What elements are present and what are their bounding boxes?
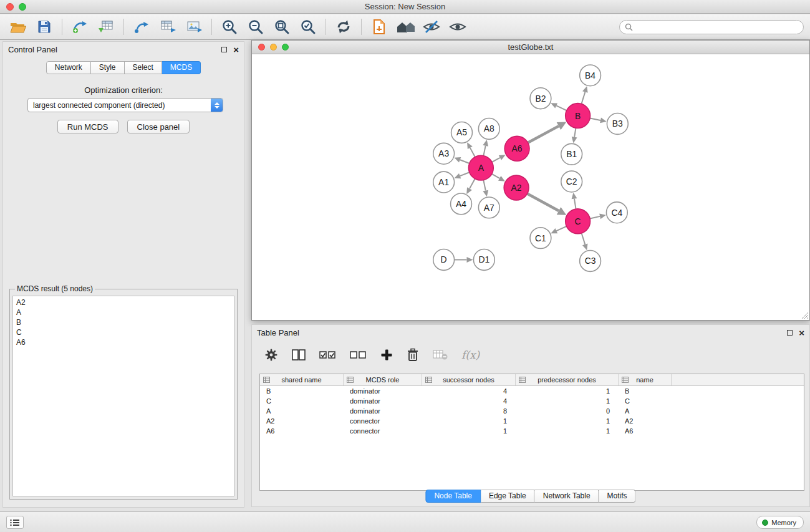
network-canvas[interactable]: B4B2BB3A5A8A6B1A3AC2A1A2A4A7CC4C1C3DD1 (252, 55, 809, 320)
edge-A-A3[interactable] (460, 160, 470, 163)
zoom-window-button[interactable] (19, 3, 26, 11)
refresh-button[interactable] (330, 16, 357, 37)
column-header-predecessor-nodes[interactable]: predecessor nodes (516, 374, 619, 385)
node-C4[interactable]: C4 (606, 202, 627, 223)
export-network-button[interactable] (128, 16, 155, 37)
edge-B-B3[interactable] (590, 118, 600, 120)
export-image-button[interactable] (181, 16, 207, 37)
node-B3[interactable]: B3 (607, 114, 628, 135)
result-item[interactable]: C (16, 327, 231, 337)
result-item[interactable]: B (16, 317, 231, 327)
close-window-button[interactable] (6, 3, 14, 11)
zoom-in-button[interactable] (216, 16, 243, 37)
node-A8[interactable]: A8 (478, 118, 499, 140)
node-B2[interactable]: B2 (530, 88, 551, 109)
edge-A2-C[interactable] (528, 194, 559, 211)
import-network-button[interactable] (67, 16, 93, 37)
node-A4[interactable]: A4 (451, 193, 472, 215)
node-D1[interactable]: D1 (473, 249, 494, 271)
node-A1[interactable]: A1 (433, 172, 455, 193)
node-A[interactable]: A (468, 155, 493, 180)
edge-C-C2[interactable] (574, 199, 576, 209)
edge-B-B4[interactable] (581, 92, 585, 104)
memory-button[interactable]: Memory (756, 516, 804, 529)
table-row[interactable]: A6connector11A6 (260, 426, 804, 436)
edge-C-C3[interactable] (582, 233, 586, 244)
unselect-all-columns-button[interactable] (350, 349, 367, 360)
column-header-name[interactable]: name (619, 374, 672, 385)
export-table-button[interactable] (155, 16, 181, 37)
edge-A-A8[interactable] (483, 146, 485, 156)
split-columns-button[interactable] (292, 349, 306, 361)
tab-motifs[interactable]: Motifs (599, 490, 636, 503)
function-builder-button[interactable]: f(x) (461, 349, 480, 361)
node-C1[interactable]: C1 (530, 228, 551, 249)
edge-A-A7[interactable] (483, 180, 485, 191)
zoom-out-button[interactable] (243, 16, 269, 37)
mcds-result-list[interactable]: A2ABCA6 (12, 296, 234, 496)
close-network-window-button[interactable] (258, 44, 265, 51)
edge-C-C4[interactable] (590, 216, 600, 219)
edge-A-A5[interactable] (470, 148, 475, 157)
open-file-button[interactable] (5, 16, 31, 37)
table-row[interactable]: Adominator80A (260, 406, 804, 416)
add-column-button[interactable] (380, 349, 393, 361)
column-header-shared-name[interactable]: shared name (260, 374, 344, 385)
edge-A-A2[interactable] (492, 174, 499, 178)
node-B4[interactable]: B4 (580, 65, 601, 86)
select-all-columns-button[interactable] (319, 349, 336, 360)
result-item[interactable]: A6 (16, 337, 231, 347)
tab-edge-table[interactable]: Edge Table (481, 490, 535, 503)
edge-A-A4[interactable] (470, 179, 475, 189)
node-A6[interactable]: A6 (504, 136, 529, 161)
task-history-button[interactable] (6, 516, 24, 529)
result-item[interactable]: A (16, 307, 231, 317)
edge-B-B1[interactable] (574, 128, 576, 137)
edge-A-A1[interactable] (460, 172, 470, 176)
tab-style[interactable]: Style (91, 61, 125, 74)
delete-column-button[interactable] (407, 348, 419, 362)
table-row[interactable]: Cdominator41C (260, 396, 804, 406)
show-panel-button[interactable] (445, 16, 471, 37)
close-panel-button[interactable]: Close panel (127, 120, 190, 133)
zoom-selected-button[interactable] (295, 16, 321, 37)
criterion-dropdown[interactable]: largest connected component (directed) (27, 98, 223, 112)
close-panel-icon[interactable]: × (233, 47, 239, 52)
node-A2[interactable]: A2 (504, 175, 529, 200)
node-C2[interactable]: C2 (561, 171, 582, 192)
edge-C-C1[interactable] (556, 226, 566, 231)
column-header-successor-nodes[interactable]: successor nodes (422, 374, 516, 385)
float-table-panel-icon[interactable] (787, 330, 793, 336)
node-A5[interactable]: A5 (451, 122, 473, 143)
tab-select[interactable]: Select (125, 61, 162, 74)
open-session-button[interactable] (366, 16, 392, 37)
search-input[interactable] (636, 23, 798, 32)
tab-mcds[interactable]: MCDS (162, 61, 201, 74)
hide-panel-button[interactable] (418, 16, 445, 37)
node-A7[interactable]: A7 (478, 197, 499, 218)
node-B1[interactable]: B1 (561, 143, 582, 165)
tab-network-table[interactable]: Network Table (535, 490, 599, 503)
edge-B-B2[interactable] (556, 105, 566, 110)
save-session-button[interactable] (31, 16, 57, 37)
home-button[interactable] (392, 16, 418, 37)
node-B[interactable]: B (566, 104, 591, 128)
minimize-network-window-button[interactable] (270, 44, 277, 51)
float-panel-icon[interactable] (221, 47, 227, 52)
tab-network[interactable]: Network (46, 61, 91, 74)
node-A3[interactable]: A3 (433, 143, 455, 164)
node-C3[interactable]: C3 (580, 251, 601, 272)
run-mcds-button[interactable]: Run MCDS (57, 120, 118, 133)
zoom-fit-button[interactable] (269, 16, 295, 37)
node-D[interactable]: D (433, 249, 455, 271)
tab-node-table[interactable]: Node Table (425, 490, 481, 503)
edge-A6-B[interactable] (528, 126, 559, 143)
zoom-network-window-button[interactable] (282, 44, 289, 51)
resize-grip-icon[interactable] (801, 312, 809, 319)
node-C[interactable]: C (566, 209, 591, 234)
table-settings-button[interactable] (264, 348, 278, 362)
search-box[interactable] (619, 20, 804, 34)
result-item[interactable]: A2 (16, 297, 231, 307)
table-row[interactable]: A2connector11A2 (260, 416, 804, 426)
table-row[interactable]: Bdominator41B (260, 386, 804, 396)
